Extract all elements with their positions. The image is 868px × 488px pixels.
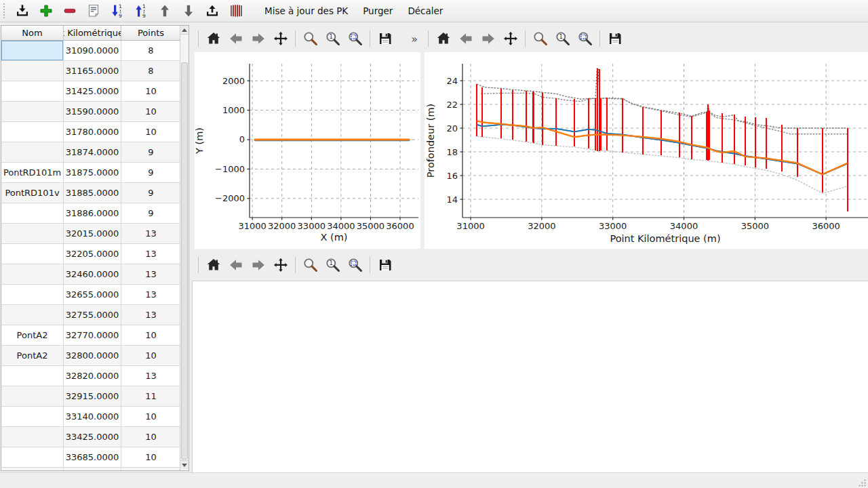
table-cell[interactable]: 32655.0000: [64, 285, 121, 305]
table-cell[interactable]: 31590.0000: [64, 102, 121, 122]
table-cell[interactable]: [1, 41, 64, 61]
notes-button[interactable]: [85, 2, 102, 20]
table-cell[interactable]: 32205.0000: [64, 244, 121, 264]
forward-button[interactable]: [250, 256, 267, 274]
table-cell[interactable]: [64, 468, 121, 471]
table-cell[interactable]: [121, 468, 181, 471]
toolbar-overflow-button[interactable]: »: [411, 33, 420, 45]
scrollbar-up-button[interactable]: [180, 26, 189, 35]
table-cell[interactable]: 9: [121, 183, 181, 203]
table-cell[interactable]: 31885.0000: [64, 183, 121, 203]
table-cell[interactable]: 33685.0000: [64, 447, 121, 468]
table-cell[interactable]: 10: [121, 427, 181, 447]
stripes-button[interactable]: [227, 2, 245, 20]
table-cell[interactable]: 10: [121, 81, 181, 102]
table-cell[interactable]: [1, 142, 64, 163]
pan-button[interactable]: [272, 256, 290, 274]
zoom-fit-button[interactable]: [347, 256, 364, 274]
column-header-1[interactable]: t Kilométrique: [64, 26, 121, 40]
table-cell[interactable]: 8: [121, 41, 181, 61]
table-cell[interactable]: 9: [121, 142, 181, 163]
zoom-one-button[interactable]: 1: [324, 30, 342, 47]
table-cell[interactable]: [1, 447, 64, 468]
table-cell[interactable]: [1, 102, 64, 122]
bottom-chart-canvas[interactable]: [192, 281, 868, 472]
table-cell[interactable]: 31425.0000: [64, 81, 121, 102]
table-cell[interactable]: 31780.0000: [64, 122, 121, 142]
sort-descending-button[interactable]: 19: [108, 2, 126, 20]
import-button[interactable]: [14, 2, 31, 20]
move-up-button[interactable]: [156, 2, 174, 20]
column-header-0[interactable]: Nom: [1, 26, 64, 40]
scrollbar-down-button[interactable]: [180, 460, 189, 469]
table-cell[interactable]: 13: [121, 224, 181, 244]
table-cell[interactable]: 9: [121, 163, 181, 183]
table-cell[interactable]: 32820.0000: [64, 366, 121, 386]
home-button[interactable]: [435, 30, 452, 47]
sort-ascending-button[interactable]: 19: [132, 2, 150, 20]
table-cell[interactable]: 8: [121, 61, 181, 81]
xy-chart-canvas[interactable]: 310003200033000340003500036000−2000−1000…: [195, 52, 420, 249]
table-cell[interactable]: [1, 122, 64, 142]
zoom-button[interactable]: [532, 30, 549, 47]
move-down-button[interactable]: [180, 2, 197, 20]
back-button[interactable]: [227, 30, 245, 47]
add-button[interactable]: [37, 2, 55, 20]
table-cell[interactable]: 9: [121, 203, 181, 224]
table-vertical-scrollbar[interactable]: [180, 26, 189, 470]
toolbar-action-0[interactable]: Mise à jour des PK: [258, 2, 354, 20]
table-cell[interactable]: 31875.0000: [64, 163, 121, 183]
toolbar-action-1[interactable]: Purger: [357, 2, 399, 20]
table-cell[interactable]: 10: [121, 407, 181, 427]
table-cell[interactable]: 33140.0000: [64, 407, 121, 427]
save-button[interactable]: [376, 30, 394, 47]
save-button[interactable]: [606, 30, 624, 47]
profondeur-chart-canvas[interactable]: 3100032000330003400035000360001416182022…: [425, 52, 868, 249]
home-button[interactable]: [205, 30, 222, 47]
table-cell[interactable]: [1, 285, 64, 305]
table-cell[interactable]: 33425.0000: [64, 427, 121, 447]
table-cell[interactable]: [1, 224, 64, 244]
table-cell[interactable]: 10: [121, 102, 181, 122]
table-cell[interactable]: 32770.0000: [64, 325, 121, 346]
pan-button[interactable]: [272, 30, 290, 47]
table-cell[interactable]: [1, 244, 64, 264]
forward-button[interactable]: [479, 30, 497, 47]
table-cell[interactable]: [1, 264, 64, 285]
back-button[interactable]: [227, 256, 245, 274]
table-cell[interactable]: 13: [121, 244, 181, 264]
table-cell[interactable]: [1, 366, 64, 386]
table-cell[interactable]: 10: [121, 122, 181, 142]
zoom-button[interactable]: [302, 30, 319, 47]
table-cell[interactable]: 10: [121, 325, 181, 346]
pan-button[interactable]: [502, 30, 519, 47]
table-cell[interactable]: 32755.0000: [64, 305, 121, 325]
zoom-fit-button[interactable]: [347, 30, 364, 47]
table-cell[interactable]: 31886.0000: [64, 203, 121, 224]
table-cell[interactable]: 11: [121, 386, 181, 407]
table-cell[interactable]: 32915.0000: [64, 386, 121, 407]
table-cell[interactable]: 31090.0000: [64, 41, 121, 61]
zoom-one-button[interactable]: 1: [554, 30, 572, 47]
table-cell[interactable]: PontA2: [1, 346, 64, 366]
table-cell[interactable]: [1, 81, 64, 102]
table-cell[interactable]: 13: [121, 264, 181, 285]
table-cell[interactable]: [1, 203, 64, 224]
column-header-2[interactable]: Points: [121, 26, 181, 40]
table-cell[interactable]: 13: [121, 285, 181, 305]
remove-button[interactable]: [61, 2, 79, 20]
save-button[interactable]: [376, 256, 394, 274]
back-button[interactable]: [457, 30, 475, 47]
export-button[interactable]: [203, 2, 221, 20]
table-cell[interactable]: PontA2: [1, 325, 64, 346]
scrollbar-handle[interactable]: [181, 62, 188, 460]
table-cell[interactable]: [1, 305, 64, 325]
table-cell[interactable]: [1, 386, 64, 407]
home-button[interactable]: [205, 256, 222, 274]
table-cell[interactable]: [1, 427, 64, 447]
zoom-fit-button[interactable]: [576, 30, 594, 47]
toolbar-drag-handle[interactable]: [3, 3, 6, 18]
table-cell[interactable]: 31165.0000: [64, 61, 121, 81]
toolbar-action-2[interactable]: Décaler: [401, 2, 449, 20]
table-cell[interactable]: 10: [121, 346, 181, 366]
